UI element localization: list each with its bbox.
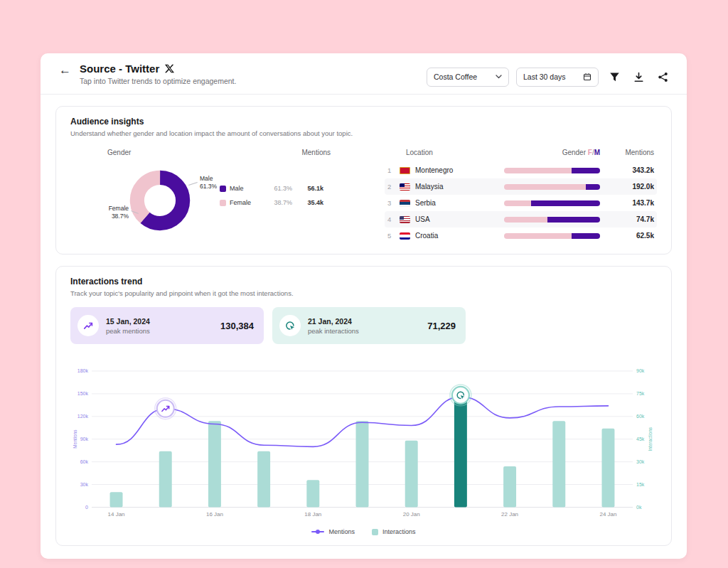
date-range-picker[interactable]: Last 30 days xyxy=(516,68,599,87)
share-button[interactable] xyxy=(654,68,671,85)
flag-serbia-icon xyxy=(400,200,410,207)
svg-text:14 Jan: 14 Jan xyxy=(108,511,125,518)
svg-text:45k: 45k xyxy=(636,436,645,441)
gender-split-bar xyxy=(504,200,600,206)
gender-legend-row-male: Male 61.3% 56.1k xyxy=(220,185,323,192)
back-arrow-icon: ← xyxy=(59,63,71,77)
gender-split-bar xyxy=(504,217,600,223)
svg-text:30k: 30k xyxy=(636,459,645,464)
brand-select-value: Costa Coffee xyxy=(434,73,477,81)
audience-subtitle: Understand whether gender and location i… xyxy=(70,129,657,137)
interactions-trend-card: Interactions trend Track your topic's po… xyxy=(55,266,672,546)
svg-text:60k: 60k xyxy=(636,414,645,419)
location-row: 2 Malaysia 192.0k xyxy=(385,178,657,195)
gender-donut-chart xyxy=(126,166,194,235)
location-row: 1 Montenegro 343.2k xyxy=(385,162,657,178)
topbar: ← Source - Twitter Tap into Twitter tren… xyxy=(41,53,687,95)
peak-mentions-value: 130,384 xyxy=(220,321,254,331)
gender-split-bar xyxy=(504,168,600,173)
svg-text:Mentions: Mentions xyxy=(73,430,77,449)
location-row: 4 USA 74.7k xyxy=(385,211,657,227)
audience-title: Audience insights xyxy=(70,117,657,127)
cursor-click-icon xyxy=(279,315,301,336)
dashboard-panel: ← Source - Twitter Tap into Twitter tren… xyxy=(41,53,687,559)
peak-interactions-label: peak interactions xyxy=(308,327,359,335)
svg-text:20 Jan: 20 Jan xyxy=(403,511,420,518)
svg-text:150k: 150k xyxy=(77,391,89,396)
location-mentions-header: Mentions xyxy=(609,149,654,156)
flag-croatia-icon xyxy=(400,232,410,240)
gender-legend-row-female: Female 38.7% 35.4k xyxy=(220,199,323,206)
date-range-value: Last 30 days xyxy=(523,73,566,81)
gender-legend: Male 61.3% 56.1k Female 38.7% 35.4k xyxy=(220,185,323,206)
flag-malaysia-icon xyxy=(400,183,410,191)
page-title: Source - Twitter xyxy=(80,63,159,75)
gender-split-bar xyxy=(504,233,600,239)
svg-text:75k: 75k xyxy=(636,391,645,396)
location-title: Location xyxy=(406,149,504,156)
svg-text:18 Jan: 18 Jan xyxy=(304,511,321,518)
svg-text:90k: 90k xyxy=(636,368,645,373)
svg-text:24 Jan: 24 Jan xyxy=(599,511,616,518)
share-icon xyxy=(658,72,668,82)
download-icon xyxy=(633,72,644,82)
svg-text:180k: 180k xyxy=(77,368,89,373)
flag-usa-icon xyxy=(400,216,410,223)
male-swatch xyxy=(220,186,226,192)
chevron-down-icon xyxy=(496,75,502,79)
filter-icon xyxy=(609,72,620,82)
location-section: Location Gender F/M Mentions 1 Montenegr… xyxy=(352,149,657,244)
calendar-icon xyxy=(583,73,592,81)
flag-montenegro-icon xyxy=(400,167,410,174)
svg-text:15k: 15k xyxy=(636,482,645,487)
legend-interactions: Interactions xyxy=(372,528,416,535)
gender-fm-header: Gender F/M xyxy=(504,149,600,156)
trend-up-icon xyxy=(77,315,99,336)
peak-interactions-date: 21 Jan, 2024 xyxy=(308,317,359,326)
twitter-x-icon xyxy=(165,64,174,73)
filter-button[interactable] xyxy=(606,68,623,85)
svg-text:22 Jan: 22 Jan xyxy=(501,511,518,518)
svg-text:60k: 60k xyxy=(80,459,89,464)
download-button[interactable] xyxy=(630,68,647,85)
location-row: 3 Serbia 143.7k xyxy=(385,195,657,211)
interactions-subtitle: Track your topic's popularity and pinpoi… xyxy=(70,289,657,297)
female-swatch xyxy=(220,200,226,206)
page-subtitle: Tap into Twitter trends to optimize enga… xyxy=(80,77,236,85)
female-callout: Female 38.7% xyxy=(97,205,129,220)
peak-interactions-card: 21 Jan, 2024 peak interactions 71,229 xyxy=(272,307,466,344)
svg-text:Interactions: Interactions xyxy=(648,427,653,451)
location-row: 5 Croatia 62.5k xyxy=(385,227,657,244)
svg-text:16 Jan: 16 Jan xyxy=(206,511,223,518)
audience-insights-card: Audience insights Understand whether gen… xyxy=(55,106,672,254)
peak-mentions-label: peak mentions xyxy=(106,327,150,335)
svg-text:0k: 0k xyxy=(636,505,642,510)
gender-title: Gender xyxy=(107,149,131,156)
male-callout: Male 61.3% xyxy=(200,175,217,190)
title-wrap: Source - Twitter Tap into Twitter trends… xyxy=(80,63,236,85)
gender-section: Gender Mentions Male 61.3% Female xyxy=(70,149,352,244)
bar-marker-icon xyxy=(372,529,378,535)
interactions-trend-chart[interactable]: 00k30k15k60k30k90k45k120k60k150k75k180k9… xyxy=(70,355,657,525)
chart-legend: Mentions Interactions xyxy=(70,528,657,535)
interactions-title: Interactions trend xyxy=(70,277,657,286)
back-button[interactable]: ← xyxy=(56,63,74,77)
legend-mentions: Mentions xyxy=(311,528,355,535)
peak-mentions-date: 15 Jan, 2024 xyxy=(106,317,150,326)
gender-mentions-header: Mentions xyxy=(301,149,331,156)
svg-text:90k: 90k xyxy=(80,436,89,441)
svg-text:120k: 120k xyxy=(77,414,89,419)
brand-select[interactable]: Costa Coffee xyxy=(427,68,509,87)
svg-text:0: 0 xyxy=(85,505,88,510)
header-controls: Costa Coffee Last 30 days xyxy=(427,68,671,87)
location-list: 1 Montenegro 343.2k 2 Malaysia 192.0k xyxy=(385,162,657,244)
svg-text:30k: 30k xyxy=(80,482,89,487)
peak-mentions-card: 15 Jan, 2024 peak mentions 130,384 xyxy=(70,307,264,344)
line-marker-icon xyxy=(311,531,324,532)
stat-row: 15 Jan, 2024 peak mentions 130,384 21 Ja… xyxy=(70,307,657,344)
peak-interactions-value: 71,229 xyxy=(427,321,456,331)
gender-split-bar xyxy=(504,184,600,190)
